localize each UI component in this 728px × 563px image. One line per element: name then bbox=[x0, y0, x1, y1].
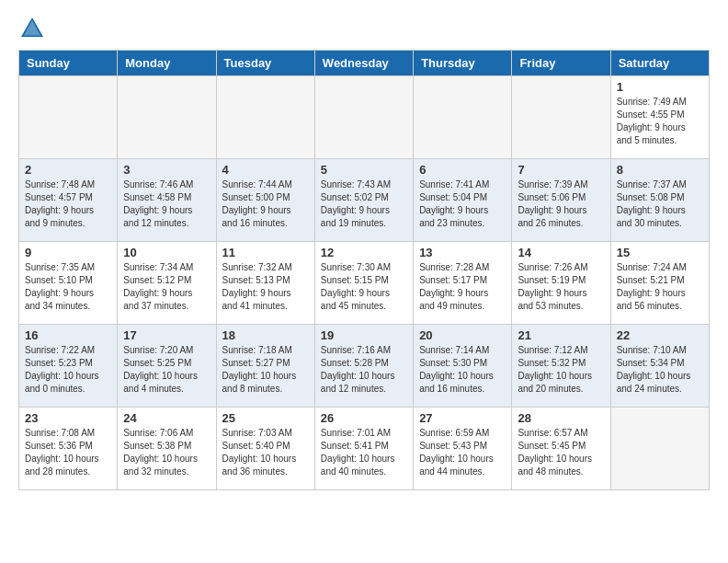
day-number: 9 bbox=[25, 246, 111, 259]
day-cell: 17Sunrise: 7:20 AM Sunset: 5:25 PM Dayli… bbox=[118, 325, 216, 408]
day-number: 7 bbox=[518, 163, 604, 177]
day-cell: 1Sunrise: 7:49 AM Sunset: 4:55 PM Daylig… bbox=[610, 76, 709, 159]
day-number: 10 bbox=[123, 246, 210, 259]
day-number: 24 bbox=[123, 411, 210, 425]
day-info: Sunrise: 7:48 AM Sunset: 4:57 PM Dayligh… bbox=[25, 178, 111, 230]
day-number: 21 bbox=[518, 328, 604, 342]
day-info: Sunrise: 7:22 AM Sunset: 5:23 PM Dayligh… bbox=[25, 344, 111, 396]
day-number: 1 bbox=[617, 80, 703, 94]
day-number: 20 bbox=[419, 328, 506, 342]
day-number: 12 bbox=[321, 246, 407, 259]
header-cell-wednesday: Wednesday bbox=[314, 51, 413, 76]
day-info: Sunrise: 7:49 AM Sunset: 4:55 PM Dayligh… bbox=[617, 96, 703, 147]
day-info: Sunrise: 7:46 AM Sunset: 4:58 PM Dayligh… bbox=[123, 178, 210, 230]
day-number: 13 bbox=[419, 246, 506, 259]
header-cell-thursday: Thursday bbox=[414, 51, 512, 76]
day-info: Sunrise: 7:24 AM Sunset: 5:21 PM Dayligh… bbox=[617, 261, 703, 313]
day-cell: 5Sunrise: 7:43 AM Sunset: 5:02 PM Daylig… bbox=[314, 159, 413, 242]
day-cell: 24Sunrise: 7:06 AM Sunset: 5:38 PM Dayli… bbox=[118, 408, 216, 490]
calendar-header: SundayMondayTuesdayWednesdayThursdayFrid… bbox=[19, 51, 710, 76]
day-cell: 8Sunrise: 7:37 AM Sunset: 5:08 PM Daylig… bbox=[610, 159, 709, 242]
page-container: SundayMondayTuesdayWednesdayThursdayFrid… bbox=[0, 0, 728, 505]
day-cell: 19Sunrise: 7:16 AM Sunset: 5:28 PM Dayli… bbox=[314, 325, 413, 408]
day-number: 28 bbox=[518, 411, 604, 425]
day-cell: 11Sunrise: 7:32 AM Sunset: 5:13 PM Dayli… bbox=[216, 242, 314, 325]
day-cell: 14Sunrise: 7:26 AM Sunset: 5:19 PM Dayli… bbox=[512, 242, 610, 325]
week-row-2: 9Sunrise: 7:35 AM Sunset: 5:10 PM Daylig… bbox=[19, 242, 710, 325]
day-info: Sunrise: 6:57 AM Sunset: 5:45 PM Dayligh… bbox=[518, 427, 604, 478]
day-number: 11 bbox=[222, 246, 309, 259]
day-number: 25 bbox=[222, 411, 309, 425]
day-cell: 23Sunrise: 7:08 AM Sunset: 5:36 PM Dayli… bbox=[19, 408, 118, 490]
header-cell-monday: Monday bbox=[118, 51, 216, 76]
day-cell: 22Sunrise: 7:10 AM Sunset: 5:34 PM Dayli… bbox=[610, 325, 709, 408]
day-info: Sunrise: 7:37 AM Sunset: 5:08 PM Dayligh… bbox=[617, 178, 703, 230]
day-cell: 13Sunrise: 7:28 AM Sunset: 5:17 PM Dayli… bbox=[414, 242, 512, 325]
day-cell bbox=[512, 76, 610, 159]
day-info: Sunrise: 7:43 AM Sunset: 5:02 PM Dayligh… bbox=[321, 178, 407, 230]
day-info: Sunrise: 7:06 AM Sunset: 5:38 PM Dayligh… bbox=[123, 427, 210, 478]
day-cell: 21Sunrise: 7:12 AM Sunset: 5:32 PM Dayli… bbox=[512, 325, 610, 408]
day-info: Sunrise: 7:01 AM Sunset: 5:41 PM Dayligh… bbox=[321, 427, 407, 478]
day-number: 27 bbox=[419, 411, 506, 425]
header-cell-saturday: Saturday bbox=[610, 51, 709, 76]
day-cell: 20Sunrise: 7:14 AM Sunset: 5:30 PM Dayli… bbox=[414, 325, 512, 408]
header-cell-sunday: Sunday bbox=[19, 51, 118, 76]
logo-icon bbox=[18, 15, 46, 42]
day-cell: 25Sunrise: 7:03 AM Sunset: 5:40 PM Dayli… bbox=[216, 408, 314, 490]
calendar-table: SundayMondayTuesdayWednesdayThursdayFrid… bbox=[18, 50, 710, 490]
header-cell-friday: Friday bbox=[512, 51, 610, 76]
day-number: 22 bbox=[617, 328, 703, 342]
day-info: Sunrise: 7:12 AM Sunset: 5:32 PM Dayligh… bbox=[518, 344, 604, 396]
day-cell: 10Sunrise: 7:34 AM Sunset: 5:12 PM Dayli… bbox=[118, 242, 216, 325]
logo bbox=[18, 15, 50, 42]
day-info: Sunrise: 7:32 AM Sunset: 5:13 PM Dayligh… bbox=[222, 261, 309, 313]
day-info: Sunrise: 7:16 AM Sunset: 5:28 PM Dayligh… bbox=[321, 344, 407, 396]
day-number: 5 bbox=[321, 163, 407, 177]
day-cell bbox=[216, 76, 314, 159]
day-info: Sunrise: 7:34 AM Sunset: 5:12 PM Dayligh… bbox=[123, 261, 210, 313]
day-number: 2 bbox=[25, 163, 111, 177]
day-info: Sunrise: 7:14 AM Sunset: 5:30 PM Dayligh… bbox=[419, 344, 506, 396]
day-info: Sunrise: 7:30 AM Sunset: 5:15 PM Dayligh… bbox=[321, 261, 407, 313]
day-info: Sunrise: 7:35 AM Sunset: 5:10 PM Dayligh… bbox=[25, 261, 111, 313]
day-cell: 18Sunrise: 7:18 AM Sunset: 5:27 PM Dayli… bbox=[216, 325, 314, 408]
day-cell: 15Sunrise: 7:24 AM Sunset: 5:21 PM Dayli… bbox=[610, 242, 709, 325]
day-info: Sunrise: 7:41 AM Sunset: 5:04 PM Dayligh… bbox=[419, 178, 506, 230]
day-cell: 27Sunrise: 6:59 AM Sunset: 5:43 PM Dayli… bbox=[414, 408, 512, 490]
week-row-3: 16Sunrise: 7:22 AM Sunset: 5:23 PM Dayli… bbox=[19, 325, 710, 408]
day-cell: 4Sunrise: 7:44 AM Sunset: 5:00 PM Daylig… bbox=[216, 159, 314, 242]
header-row: SundayMondayTuesdayWednesdayThursdayFrid… bbox=[19, 51, 710, 76]
day-cell: 6Sunrise: 7:41 AM Sunset: 5:04 PM Daylig… bbox=[414, 159, 512, 242]
day-info: Sunrise: 7:39 AM Sunset: 5:06 PM Dayligh… bbox=[518, 178, 604, 230]
day-info: Sunrise: 7:20 AM Sunset: 5:25 PM Dayligh… bbox=[123, 344, 210, 396]
day-cell bbox=[118, 76, 216, 159]
day-cell bbox=[414, 76, 512, 159]
day-cell bbox=[314, 76, 413, 159]
day-cell: 12Sunrise: 7:30 AM Sunset: 5:15 PM Dayli… bbox=[314, 242, 413, 325]
day-cell bbox=[610, 408, 709, 490]
day-info: Sunrise: 7:28 AM Sunset: 5:17 PM Dayligh… bbox=[419, 261, 506, 313]
day-number: 14 bbox=[518, 246, 604, 259]
day-number: 23 bbox=[25, 411, 111, 425]
day-cell: 28Sunrise: 6:57 AM Sunset: 5:45 PM Dayli… bbox=[512, 408, 610, 490]
week-row-1: 2Sunrise: 7:48 AM Sunset: 4:57 PM Daylig… bbox=[19, 159, 710, 242]
calendar-body: 1Sunrise: 7:49 AM Sunset: 4:55 PM Daylig… bbox=[19, 76, 710, 490]
day-info: Sunrise: 7:08 AM Sunset: 5:36 PM Dayligh… bbox=[25, 427, 111, 478]
day-info: Sunrise: 7:03 AM Sunset: 5:40 PM Dayligh… bbox=[222, 427, 309, 478]
day-cell: 16Sunrise: 7:22 AM Sunset: 5:23 PM Dayli… bbox=[19, 325, 118, 408]
day-cell: 7Sunrise: 7:39 AM Sunset: 5:06 PM Daylig… bbox=[512, 159, 610, 242]
day-number: 19 bbox=[321, 328, 407, 342]
day-cell: 3Sunrise: 7:46 AM Sunset: 4:58 PM Daylig… bbox=[118, 159, 216, 242]
day-cell: 2Sunrise: 7:48 AM Sunset: 4:57 PM Daylig… bbox=[19, 159, 118, 242]
day-number: 8 bbox=[617, 163, 703, 177]
week-row-0: 1Sunrise: 7:49 AM Sunset: 4:55 PM Daylig… bbox=[19, 76, 710, 159]
header bbox=[18, 15, 710, 42]
day-number: 17 bbox=[123, 328, 210, 342]
day-cell: 26Sunrise: 7:01 AM Sunset: 5:41 PM Dayli… bbox=[314, 408, 413, 490]
day-info: Sunrise: 7:26 AM Sunset: 5:19 PM Dayligh… bbox=[518, 261, 604, 313]
day-info: Sunrise: 6:59 AM Sunset: 5:43 PM Dayligh… bbox=[419, 427, 506, 478]
day-number: 26 bbox=[321, 411, 407, 425]
day-info: Sunrise: 7:18 AM Sunset: 5:27 PM Dayligh… bbox=[222, 344, 309, 396]
day-number: 3 bbox=[123, 163, 210, 177]
